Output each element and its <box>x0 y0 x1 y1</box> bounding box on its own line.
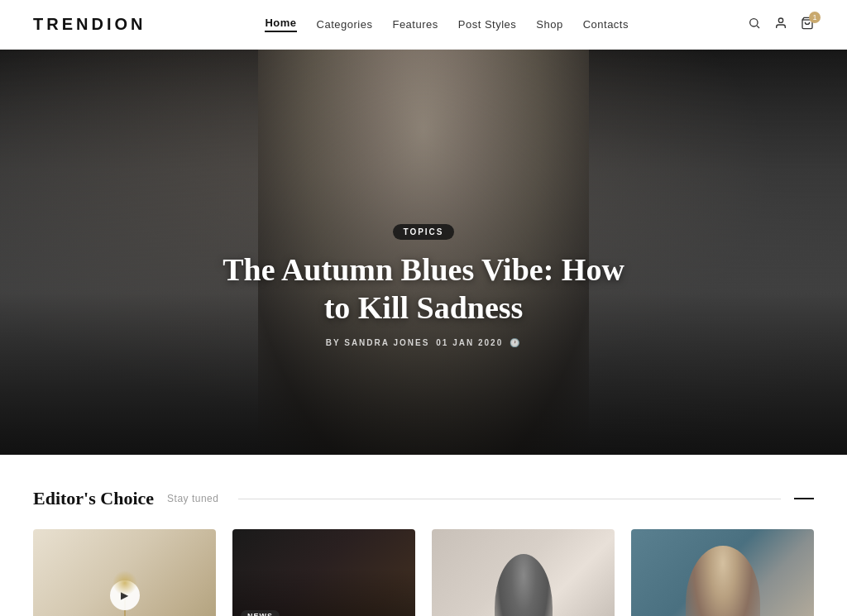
card-2-overlay-tag: NEWS <box>241 610 280 616</box>
hero-title: The Autumn Blues Vibe: How to Kill Sadne… <box>208 251 639 327</box>
cart-icon[interactable]: 1 <box>801 17 814 33</box>
nav-contacts[interactable]: Contacts <box>583 18 629 31</box>
svg-point-0 <box>750 18 758 26</box>
cards-grid: ▶ NEWS Trending Photos on the Internet t… <box>33 529 814 616</box>
svg-point-2 <box>778 18 782 22</box>
play-button[interactable]: ▶ <box>110 580 140 610</box>
nav-post-styles[interactable]: Post Styles <box>458 18 517 31</box>
hero-author: BY SANDRA JONES <box>326 338 430 347</box>
nav-home[interactable]: Home <box>265 17 296 32</box>
section-divider <box>238 499 781 499</box>
card-2[interactable]: NEWS The Best Clothing Brand Commercial … <box>232 529 415 616</box>
card-4-image[interactable] <box>631 529 814 616</box>
hero-content: TOPICS The Autumn Blues Vibe: How to Kil… <box>192 207 655 364</box>
nav-categories[interactable]: Categories <box>317 18 373 31</box>
editors-choice-section: Editor's Choice Stay tuned ▶ NEWS Trendi… <box>0 455 847 616</box>
card-2-overlay-content: NEWS The Best Clothing Brand Commercial <box>241 607 407 616</box>
nav-shop[interactable]: Shop <box>536 18 562 31</box>
card-4[interactable]: NEWS Simple Rules of Happy and Healthy L… <box>631 529 814 616</box>
card-1-image[interactable]: ▶ <box>33 529 216 616</box>
site-logo[interactable]: TRENDION <box>33 15 146 34</box>
hero-section: TOPICS The Autumn Blues Vibe: How to Kil… <box>0 50 847 455</box>
cart-badge: 1 <box>809 12 821 23</box>
svg-line-1 <box>757 26 759 28</box>
site-header: TRENDION Home Categories Features Post S… <box>0 0 847 50</box>
section-subtitle: Stay tuned <box>167 493 218 504</box>
user-icon[interactable] <box>774 17 787 33</box>
card-3-image[interactable] <box>432 529 615 616</box>
section-header: Editor's Choice Stay tuned <box>33 488 814 509</box>
main-nav: Home Categories Features Post Styles Sho… <box>265 17 629 32</box>
card-2-image[interactable]: NEWS The Best Clothing Brand Commercial <box>232 529 415 616</box>
section-dash <box>794 498 814 499</box>
card-2-overlay <box>232 529 415 616</box>
nav-features[interactable]: Features <box>392 18 438 31</box>
card-3[interactable]: NEWS New Advertisement Agencies in Europ… <box>432 529 615 616</box>
hero-tag[interactable]: TOPICS <box>393 224 453 240</box>
hero-date: 01 JAN 2020 <box>436 338 503 347</box>
section-title: Editor's Choice <box>33 488 154 509</box>
hero-meta: BY SANDRA JONES 01 JAN 2020 🕐 <box>208 338 639 347</box>
search-icon[interactable] <box>748 17 761 33</box>
card-1[interactable]: ▶ NEWS Trending Photos on the Internet t… <box>33 529 216 616</box>
header-icons: 1 <box>748 17 814 33</box>
hero-clock-icon: 🕐 <box>510 338 521 347</box>
